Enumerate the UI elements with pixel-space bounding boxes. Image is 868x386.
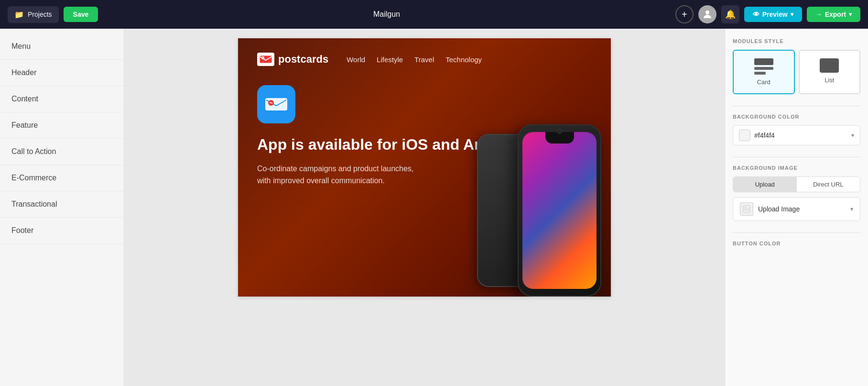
- phone-front: [518, 124, 601, 297]
- hero-phones: [448, 67, 611, 297]
- module-style-grid: Card List: [733, 50, 860, 94]
- svg-point-0: [705, 11, 709, 14]
- color-hex-value: #f4f4f4: [754, 132, 847, 139]
- right-sidebar: MODULES STYLE Card List BACKGR: [725, 29, 868, 386]
- phone-screen: [522, 132, 597, 289]
- divider-1: [733, 106, 860, 106]
- email-nav: postcards World Lifestyle Travel Technol…: [257, 53, 592, 66]
- sidebar-item-header[interactable]: Header: [0, 60, 124, 86]
- sidebar-item-call-to-action[interactable]: Call to Action: [0, 139, 124, 165]
- bg-image-title: BACKGROUND IMAGE: [733, 165, 860, 171]
- topbar: 📁 Projects Save Mailgun + 🔔 👁 Preview ▾ …: [0, 0, 868, 29]
- nav-link-travel[interactable]: Travel: [414, 55, 434, 64]
- modules-style-section: MODULES STYLE Card List: [733, 38, 860, 94]
- nav-link-lifestyle[interactable]: Lifestyle: [377, 55, 403, 64]
- svg-point-6: [745, 207, 746, 209]
- preview-dropdown-arrow: ▾: [791, 11, 793, 18]
- upload-image-dropdown-icon[interactable]: ▾: [850, 206, 853, 212]
- email-logo: postcards: [257, 53, 328, 66]
- export-button[interactable]: → Export ▾: [807, 7, 860, 22]
- svg-rect-1: [260, 55, 272, 63]
- app-name: Mailgun: [104, 10, 669, 19]
- sidebar-item-content[interactable]: Content: [0, 86, 124, 112]
- divider-3: [733, 232, 860, 233]
- sidebar-item-feature[interactable]: Feature: [0, 112, 124, 139]
- preview-label: Preview: [762, 11, 788, 18]
- main-layout: Menu Header Content Feature Call to Acti…: [0, 29, 868, 386]
- list-icon: [820, 58, 839, 73]
- color-swatch: [739, 130, 750, 141]
- list-label: List: [825, 77, 834, 84]
- card-label: Card: [757, 78, 770, 86]
- logo-icon: [257, 53, 274, 66]
- divider-2: [733, 157, 860, 157]
- hero-description: Co-ordinate campaigns and product launch…: [257, 163, 429, 187]
- add-button[interactable]: +: [675, 5, 694, 23]
- bg-image-section: BACKGROUND IMAGE Upload Direct URL Uploa…: [733, 165, 860, 221]
- bg-color-section: BACKGROUND COLOR #f4f4f4 ▾: [733, 114, 860, 145]
- sidebar-item-menu[interactable]: Menu: [0, 33, 124, 60]
- export-label: Export: [825, 11, 846, 18]
- canvas-area: postcards World Lifestyle Travel Technol…: [124, 29, 725, 386]
- color-picker-row[interactable]: #f4f4f4 ▾: [733, 125, 860, 145]
- topbar-left: 📁 Projects Save: [8, 6, 98, 23]
- bg-color-title: BACKGROUND COLOR: [733, 114, 860, 120]
- arrow-right-icon: →: [815, 11, 822, 18]
- svg-rect-5: [743, 206, 750, 212]
- upload-direct-tabs: Upload Direct URL: [733, 176, 860, 192]
- folder-icon: 📁: [14, 10, 24, 19]
- sidebar-item-ecommerce[interactable]: E-Commerce: [0, 165, 124, 191]
- topbar-right: + 🔔 👁 Preview ▾ → Export ▾: [675, 5, 860, 23]
- direct-url-tab[interactable]: Direct URL: [797, 177, 860, 192]
- upload-tab[interactable]: Upload: [733, 177, 797, 192]
- preview-button[interactable]: 👁 Preview ▾: [744, 7, 802, 22]
- eye-icon: 👁: [753, 11, 760, 18]
- nav-link-technology[interactable]: Technology: [445, 55, 482, 64]
- save-button[interactable]: Save: [64, 7, 98, 22]
- color-dropdown-icon[interactable]: ▾: [851, 132, 854, 139]
- list-style-option[interactable]: List: [799, 50, 861, 94]
- sidebar-item-transactional[interactable]: Transactional: [0, 191, 124, 218]
- logo-text: postcards: [278, 53, 328, 66]
- projects-button[interactable]: 📁 Projects: [8, 6, 59, 23]
- phone-camera: [557, 129, 562, 134]
- btn-color-section: BUTTON COLOR: [733, 241, 860, 246]
- avatar[interactable]: [698, 5, 716, 23]
- upload-image-label: Upload Image: [758, 205, 850, 213]
- left-sidebar: Menu Header Content Feature Call to Acti…: [0, 29, 124, 386]
- nav-link-world[interactable]: World: [347, 55, 365, 64]
- app-icon: [257, 85, 295, 123]
- email-nav-links: World Lifestyle Travel Technology: [347, 55, 482, 64]
- btn-color-title: BUTTON COLOR: [733, 241, 860, 246]
- modules-style-title: MODULES STYLE: [733, 38, 860, 44]
- card-icon: [754, 58, 773, 75]
- sidebar-item-footer[interactable]: Footer: [0, 218, 124, 244]
- card-style-option[interactable]: Card: [733, 50, 795, 94]
- email-preview: postcards World Lifestyle Travel Technol…: [238, 38, 611, 297]
- notifications-button[interactable]: 🔔: [721, 5, 739, 23]
- hero-section: postcards World Lifestyle Travel Technol…: [238, 38, 611, 297]
- export-dropdown-arrow: ▾: [849, 11, 852, 18]
- upload-image-thumb: [740, 202, 753, 216]
- projects-label: Projects: [28, 11, 52, 18]
- upload-image-row[interactable]: Upload Image ▾: [733, 197, 860, 221]
